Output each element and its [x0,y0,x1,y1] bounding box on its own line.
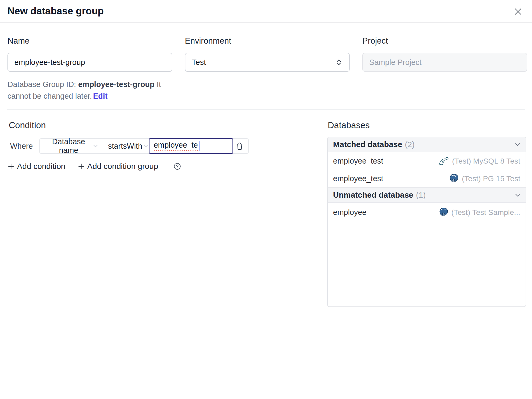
unmatched-database-count: (1) [416,190,426,200]
databases-section: Databases Matched database (2) employee_… [327,120,526,307]
database-instance: (Test) Test Sample... [451,208,520,217]
database-name: employee [333,208,367,217]
condition-operator-select[interactable]: startsWith [103,139,145,153]
unmatched-database-title: Unmatched database [333,190,413,200]
condition-field-select[interactable]: Database name [40,139,103,153]
condition-operator-value: startsWith [108,142,142,151]
edit-link[interactable]: Edit [93,92,108,100]
database-engine-info: (Test) PG 15 Test [449,173,520,184]
project-select[interactable]: Sample Project [362,53,527,72]
close-button[interactable] [512,5,524,18]
name-input[interactable] [7,53,172,72]
form-row: Name Database Group ID: employee-test-gr… [0,23,532,102]
environment-label: Environment [185,36,350,46]
plus-icon [7,163,15,170]
add-condition-button[interactable]: Add condition [7,162,65,171]
add-buttons-row: Add condition Add condition group [7,162,260,171]
database-row: employee_test (Test) PG 15 Test [328,170,526,187]
databases-heading: Databases [328,120,526,130]
chevron-down-icon [92,143,99,149]
help-icon[interactable] [173,163,181,170]
database-row: employee_test (Test) MySQL 8 Test [328,152,526,170]
database-instance: (Test) MySQL 8 Test [452,157,520,165]
dialog-title: New database group [7,0,104,22]
matched-database-title: Matched database [333,140,402,149]
chevron-down-icon [514,141,521,148]
condition-section: Condition Where Database name startsWith [7,120,260,171]
condition-value-text: employee_te [154,141,198,151]
delete-condition-button[interactable] [233,140,246,152]
add-condition-label: Add condition [17,162,65,171]
chevron-down-icon [142,143,149,149]
environment-field-group: Environment Test [185,36,350,102]
condition-field-value: Database name [45,137,92,155]
condition-expression-box: Database name startsWith employee_te [39,138,249,154]
matched-database-header[interactable]: Matched database (2) [328,137,526,152]
group-id-value: employee-test-group [78,80,155,89]
databases-panel: Matched database (2) employee_test (Test… [327,137,526,307]
project-field-group: Project Sample Project [362,36,527,102]
new-database-group-dialog: New database group Name Database Group I… [0,0,532,399]
trash-icon [235,142,244,150]
postgresql-icon [439,207,449,218]
database-engine-info: (Test) Test Sample... [439,207,520,218]
chevron-down-icon [514,191,521,199]
unmatched-database-header[interactable]: Unmatched database (1) [328,187,526,203]
postgresql-icon [449,173,459,184]
condition-value-input[interactable]: employee_te [149,138,233,154]
text-cursor [199,141,200,151]
condition-row: Where Database name startsWith employee_… [7,138,260,154]
add-condition-group-button[interactable]: Add condition group [78,162,158,171]
project-value: Sample Project [369,58,422,67]
close-icon [514,8,522,15]
environment-select[interactable]: Test [185,53,350,72]
environment-value: Test [192,58,206,67]
database-engine-info: (Test) MySQL 8 Test [438,156,520,165]
helper-prefix: Database Group ID: [7,80,78,89]
condition-heading: Condition [9,120,260,130]
dialog-header: New database group [0,0,532,23]
project-label: Project [362,36,527,46]
database-row: employee (Test) Test Sample... [328,203,526,222]
matched-database-count: (2) [405,140,415,149]
mysql-icon [438,156,449,165]
database-instance: (Test) PG 15 Test [462,174,520,183]
where-label: Where [10,142,31,151]
database-name: employee_test [333,174,383,183]
add-condition-group-label: Add condition group [87,162,158,171]
name-label: Name [7,36,172,46]
database-name: employee_test [333,157,383,165]
group-id-helper: Database Group ID: employee-test-group I… [7,78,176,102]
name-field-group: Name Database Group ID: employee-test-gr… [7,36,172,102]
plus-icon [78,163,85,170]
updown-chevrons-icon [335,58,343,66]
section-divider [7,109,525,110]
